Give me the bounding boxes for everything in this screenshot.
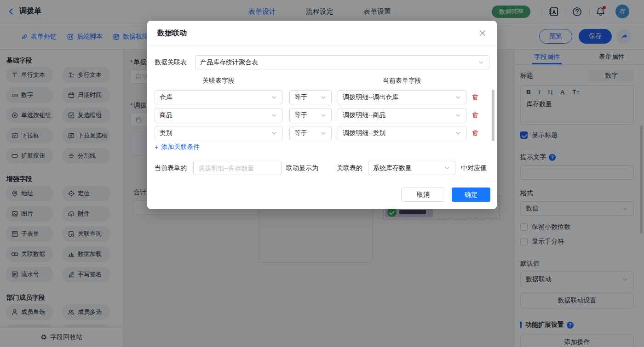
add-condition-link[interactable]: + 添加关联条件	[155, 143, 200, 151]
condition-operator-value: 等于	[294, 111, 307, 119]
chevron-down-icon	[271, 130, 277, 137]
condition-operator-value: 等于	[294, 93, 307, 102]
chevron-down-icon	[271, 94, 277, 101]
chevron-down-icon	[455, 112, 461, 119]
condition-field-select[interactable]: 类别	[155, 126, 282, 140]
chevron-down-icon	[478, 59, 484, 66]
chevron-down-icon	[320, 130, 327, 137]
dialog-title: 数据联动	[157, 28, 187, 38]
condition-field-value: 仓库	[160, 93, 172, 102]
confirm-button[interactable]: 确定	[452, 188, 490, 202]
condition-target-select[interactable]: 调拨明细--商品	[338, 108, 466, 122]
plus-icon: +	[155, 143, 158, 151]
relation-of-label: 关联表的	[337, 164, 362, 172]
relation-table-label: 数据关联表	[155, 58, 187, 67]
delete-condition-icon[interactable]	[472, 129, 479, 137]
column-header-right: 当前表单字段	[383, 77, 421, 85]
condition-operator-select[interactable]: 等于	[289, 108, 332, 122]
data-linkage-dialog: 数据联动 数据关联表 产品库存统计聚合表 关联表字段 当前表单字段 仓库 等于 …	[147, 21, 497, 209]
column-header-left: 关联表字段	[202, 77, 235, 85]
condition-target-value: 调拨明细--调出仓库	[343, 93, 398, 102]
form-designer-screen: 调拨单 表单设计 流程设定 表单设置 数据管理 存 表单外链 后端脚本	[0, 0, 644, 347]
close-icon[interactable]	[478, 29, 487, 37]
chevron-down-icon	[320, 112, 327, 119]
matching-value-label: 中对应值	[461, 164, 487, 172]
condition-field-value: 商品	[160, 111, 172, 119]
add-condition-label: 添加关联条件	[161, 143, 200, 151]
condition-target-select[interactable]: 调拨明细--调出仓库	[338, 90, 466, 104]
chevron-down-icon	[455, 94, 461, 101]
delete-condition-icon[interactable]	[472, 93, 479, 101]
chevron-down-icon	[444, 165, 450, 171]
cancel-button[interactable]: 取消	[401, 188, 445, 202]
relation-field-value: 系统库存数量	[373, 164, 412, 172]
relation-table-value: 产品库存统计聚合表	[200, 58, 258, 67]
condition-operator-select[interactable]: 等于	[289, 126, 332, 140]
condition-target-select[interactable]: 调拨明细--类别	[338, 126, 466, 140]
chevron-down-icon	[320, 94, 327, 101]
condition-operator-select[interactable]: 等于	[289, 90, 332, 104]
current-field-input[interactable]	[193, 161, 282, 175]
display-as-label: 联动显示为	[286, 164, 318, 172]
current-form-label: 当前表单的	[155, 164, 187, 172]
relation-table-select[interactable]: 产品库存统计聚合表	[195, 55, 489, 69]
condition-operator-value: 等于	[294, 129, 307, 137]
delete-condition-icon[interactable]	[472, 111, 479, 119]
condition-target-value: 调拨明细--类别	[343, 129, 385, 137]
condition-field-select[interactable]: 商品	[155, 108, 282, 122]
condition-field-value: 类别	[160, 129, 172, 137]
chevron-down-icon	[271, 112, 277, 119]
chevron-down-icon	[455, 130, 461, 137]
condition-field-select[interactable]: 仓库	[155, 90, 282, 104]
relation-field-select[interactable]: 系统库存数量	[368, 161, 455, 175]
condition-target-value: 调拨明细--商品	[343, 111, 385, 119]
dialog-header: 数据联动	[147, 21, 497, 46]
dialog-scrollbar[interactable]	[492, 90, 494, 141]
